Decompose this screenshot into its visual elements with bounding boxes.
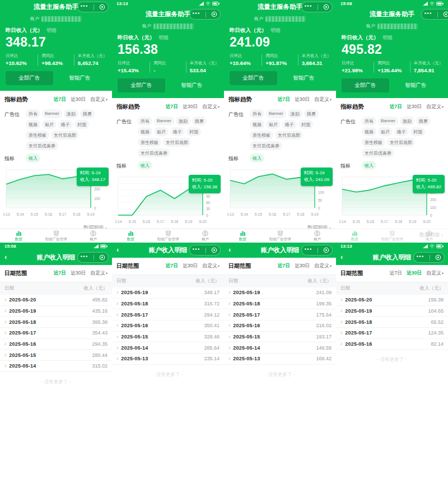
- table-row[interactable]: ›2025-05-13235.14: [112, 354, 224, 365]
- close-target-icon[interactable]: [211, 11, 217, 17]
- ad-slot-chip[interactable]: 原生模板: [138, 138, 161, 147]
- range-custom-tab[interactable]: 自定义▾: [90, 96, 108, 103]
- ad-slot-chip[interactable]: 格子: [282, 120, 297, 129]
- tab-account[interactable]: 账户: [298, 229, 336, 243]
- income-detail-link[interactable]: 明细: [159, 35, 169, 41]
- range-custom-tab[interactable]: 自定义▾: [202, 104, 220, 110]
- ad-slot-chip[interactable]: Banner: [266, 109, 286, 118]
- table-row[interactable]: ›2025-05-20495.82: [0, 295, 112, 306]
- close-target-icon[interactable]: [211, 247, 217, 253]
- ad-slot-chip[interactable]: 封面: [298, 120, 313, 129]
- smart-ads-button[interactable]: 智能广告: [277, 75, 330, 82]
- account-masked-value[interactable]: [41, 16, 82, 22]
- range-7d-tab[interactable]: 近7日: [389, 104, 402, 110]
- range-30d-tab[interactable]: 近30日: [183, 104, 198, 110]
- all-ads-button[interactable]: 全部广告: [118, 78, 165, 92]
- ad-slot-chip[interactable]: 所有: [26, 109, 40, 118]
- ad-slot-chip[interactable]: 支付后底部: [387, 138, 415, 147]
- range-custom-tab[interactable]: 自定义▾: [90, 270, 108, 277]
- tab-smart-ads[interactable]: 智能广告管理: [38, 229, 75, 243]
- table-row[interactable]: ›2025-05-14146.59: [224, 342, 336, 354]
- back-icon[interactable]: ‹: [116, 245, 119, 255]
- close-target-icon[interactable]: [435, 254, 441, 261]
- more-icon[interactable]: •••: [81, 4, 88, 11]
- all-ads-button[interactable]: 全部广告: [6, 71, 53, 85]
- ad-slot-chip[interactable]: 支付后优惠券: [26, 141, 58, 150]
- table-row[interactable]: ›2025-05-15280.44: [0, 350, 112, 361]
- close-target-icon[interactable]: [443, 11, 448, 17]
- table-row[interactable]: ›2025-05-20156.38: [336, 295, 448, 306]
- ad-slot-chip[interactable]: Banner: [378, 117, 398, 126]
- ad-slot-chip[interactable]: Banner: [154, 117, 174, 126]
- range-7d-tab[interactable]: 近7日: [165, 263, 178, 269]
- table-row[interactable]: ›2025-05-16294.35: [0, 339, 112, 350]
- income-trend-chart[interactable]: 0501001502002505-135-145-155-165-175-185…: [227, 165, 333, 220]
- back-icon[interactable]: ‹: [340, 252, 343, 262]
- income-detail-link[interactable]: 明细: [271, 27, 281, 34]
- range-custom-tab[interactable]: 自定义▾: [426, 270, 444, 277]
- metric-income-chip[interactable]: 收入: [362, 161, 376, 170]
- table-row[interactable]: ›2025-05-15193.17: [224, 332, 336, 343]
- ad-slot-chip[interactable]: 视频: [362, 127, 376, 136]
- tab-data[interactable]: 数据: [112, 229, 150, 243]
- tab-account[interactable]: 账户: [410, 229, 448, 243]
- miniprogram-capsule[interactable]: •••: [421, 9, 448, 20]
- range-custom-tab[interactable]: 自定义▾: [314, 263, 332, 269]
- range-custom-tab[interactable]: 自定义▾: [426, 104, 444, 110]
- ad-slot-chip[interactable]: Banner: [42, 109, 62, 118]
- range-7d-tab[interactable]: 近7日: [389, 270, 402, 277]
- ad-slot-chip[interactable]: 视频: [26, 120, 40, 129]
- ad-slot-chip[interactable]: 支付后优惠券: [250, 141, 282, 150]
- ad-slot-chip[interactable]: 格子: [394, 127, 409, 136]
- miniprogram-capsule[interactable]: •••: [77, 2, 109, 12]
- tab-smart-ads[interactable]: 智能广告管理: [262, 229, 299, 243]
- ad-slot-chip[interactable]: 贴片: [42, 120, 57, 129]
- more-icon[interactable]: •••: [417, 254, 424, 261]
- range-30d-tab[interactable]: 近30日: [295, 263, 310, 269]
- more-icon[interactable]: •••: [193, 247, 200, 254]
- more-icon[interactable]: •••: [193, 11, 200, 18]
- tab-data[interactable]: 数据: [224, 229, 262, 243]
- metric-income-chip[interactable]: 收入: [26, 154, 40, 162]
- table-row[interactable]: ›2025-05-18316.72: [112, 299, 224, 310]
- close-target-icon[interactable]: [323, 4, 329, 10]
- smart-ads-button[interactable]: 智能广告: [53, 75, 106, 82]
- table-row[interactable]: ›2025-05-16350.41: [112, 320, 224, 332]
- more-icon[interactable]: •••: [305, 4, 312, 11]
- table-row[interactable]: ›2025-05-14315.02: [0, 361, 112, 372]
- table-row[interactable]: ›2025-05-1865.52: [336, 317, 448, 328]
- income-trend-chart[interactable]: 01002003004005-135-145-155-165-175-185-1…: [3, 165, 109, 220]
- more-icon[interactable]: •••: [81, 254, 88, 261]
- range-30d-tab[interactable]: 近30日: [407, 104, 422, 110]
- close-target-icon[interactable]: [99, 254, 105, 261]
- ad-slot-chip[interactable]: 封面: [186, 127, 201, 136]
- ad-slot-chip[interactable]: 激励: [176, 117, 190, 126]
- ad-slot-chip[interactable]: 贴片: [154, 127, 169, 136]
- miniprogram-capsule[interactable]: •••: [189, 245, 221, 255]
- close-target-icon[interactable]: [323, 247, 329, 253]
- more-icon[interactable]: •••: [305, 247, 312, 254]
- ad-slot-chip[interactable]: 所有: [138, 117, 152, 126]
- range-7d-tab[interactable]: 近7日: [165, 104, 178, 110]
- tab-smart-ads[interactable]: 智能广告管理: [374, 229, 411, 243]
- table-row[interactable]: ›2025-05-17175.64: [224, 309, 336, 320]
- ad-slot-chip[interactable]: 格子: [58, 120, 73, 129]
- tab-data[interactable]: 数据: [0, 229, 38, 243]
- metric-income-chip[interactable]: 收入: [250, 154, 264, 162]
- income-trend-chart[interactable]: 01002003004005005-145-155-165-175-185-19…: [339, 173, 445, 227]
- ad-slot-chip[interactable]: 视频: [138, 127, 152, 136]
- metric-income-chip[interactable]: 收入: [138, 161, 152, 170]
- miniprogram-capsule[interactable]: •••: [301, 245, 333, 255]
- range-custom-tab[interactable]: 自定义▾: [202, 263, 220, 269]
- ad-slot-chip[interactable]: 原生模板: [26, 131, 49, 140]
- table-row[interactable]: ›2025-05-17354.43: [0, 328, 112, 339]
- income-trend-chart[interactable]: 03060901201501805-145-155-165-175-185-19…: [115, 173, 221, 227]
- table-row[interactable]: ›2025-05-16216.02: [224, 320, 336, 332]
- smart-ads-button[interactable]: 智能广告: [389, 82, 442, 89]
- miniprogram-capsule[interactable]: •••: [189, 9, 221, 20]
- ad-slot-chip[interactable]: 封面: [410, 127, 425, 136]
- table-row[interactable]: ›2025-05-18199.35: [224, 299, 336, 310]
- range-7d-tab[interactable]: 近7日: [277, 96, 290, 103]
- ad-slot-chip[interactable]: 封面: [74, 120, 89, 129]
- more-icon[interactable]: •••: [424, 11, 432, 18]
